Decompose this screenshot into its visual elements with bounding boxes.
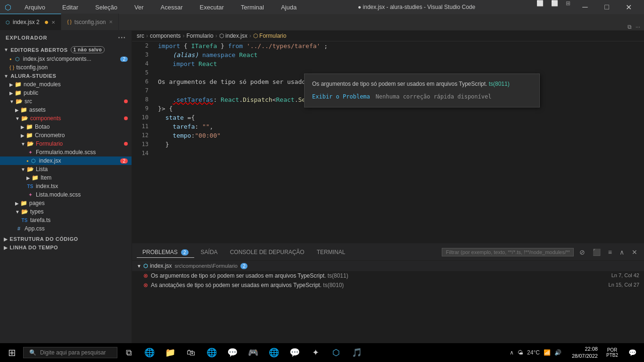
music-icon[interactable]: 🎵: [347, 343, 366, 362]
folder-item[interactable]: ▶ 📁 Item: [0, 173, 132, 182]
discord-icon[interactable]: 🎮: [244, 343, 263, 362]
tab-saida[interactable]: SAÍDA: [195, 247, 223, 257]
split-editor-icon[interactable]: ⧉: [627, 24, 632, 30]
folder-components[interactable]: ▼ 📂 components: [0, 114, 132, 123]
network-icon[interactable]: 📶: [544, 349, 551, 356]
tab-terminal[interactable]: TERMINAL: [311, 247, 351, 257]
menu-selecao[interactable]: Seleção: [91, 3, 121, 12]
chrome-icon2[interactable]: 🌐: [264, 343, 283, 362]
tab-console[interactable]: CONSOLE DE DEPURAÇÃO: [224, 247, 310, 257]
chevron-right-icon: ▶: [21, 124, 25, 130]
folder-lista[interactable]: ▼ 📂 Lista: [0, 165, 132, 173]
folder-node-modules[interactable]: ▶ 📁 node_modules: [0, 80, 132, 89]
file-formulario-scss[interactable]: ✦ Formulario.module.scss: [0, 148, 132, 156]
code-content[interactable]: import { ITarefa } from '../../types/tar…: [153, 41, 644, 243]
file-index-tsx[interactable]: TS index.tsx: [0, 182, 132, 190]
task-view-icon[interactable]: ⧉: [119, 343, 138, 362]
store-icon[interactable]: 🛍: [182, 343, 200, 362]
folder-name: components: [30, 115, 61, 122]
panel-up-icon[interactable]: ∧: [618, 247, 626, 257]
tab-close-icon[interactable]: ✕: [109, 19, 113, 25]
grid-icon[interactable]: ⊞: [562, 0, 574, 14]
chrome-icon[interactable]: 🌐: [140, 343, 159, 362]
sidebar-more-icon[interactable]: ···: [118, 33, 126, 42]
start-button[interactable]: ⊞: [2, 343, 21, 362]
tab-close-icon[interactable]: ✕: [51, 20, 55, 25]
panel-right-actions: ⊘ ⬛ ≡ ∧ ✕: [442, 247, 639, 257]
tab-problems[interactable]: PROBLEMAS 2: [137, 247, 194, 258]
more-actions-icon[interactable]: ···: [636, 24, 640, 30]
minimize-button[interactable]: ─: [574, 0, 596, 14]
file-lista-scss[interactable]: ✦ Lista.module.scss: [0, 190, 132, 199]
json-file-icon: { }: [67, 19, 71, 25]
open-file-index-jsx[interactable]: ● ⬡ index.jsx src\components... 2: [0, 55, 132, 63]
wrap-icon[interactable]: ⬛: [591, 247, 603, 257]
menu-acessar[interactable]: Acessar: [157, 3, 187, 12]
folder-name: Item: [41, 174, 51, 181]
browser2-icon[interactable]: 🌐: [202, 343, 221, 362]
menu-editar[interactable]: Editar: [58, 3, 82, 12]
folder-types[interactable]: ▼ 📂 types: [0, 207, 132, 216]
panel-close-icon[interactable]: ✕: [630, 247, 639, 257]
menu-terminal[interactable]: Terminal: [237, 3, 268, 12]
folder-pages[interactable]: ▶ 📁 pages: [0, 199, 132, 207]
breadcrumb-components: components: [150, 33, 181, 39]
folder-name: Formulario: [36, 140, 63, 147]
folder-src[interactable]: ▼ 📂 src: [0, 97, 132, 106]
tab-index-jsx[interactable]: ⬡ index.jsx 2 ● ✕: [0, 14, 61, 30]
expand-tray-icon[interactable]: ∧: [510, 349, 514, 356]
file-app-css[interactable]: # App.css: [0, 224, 132, 233]
file-tarefa-ts[interactable]: TS tarefa.ts: [0, 216, 132, 224]
menu-executar[interactable]: Executar: [196, 3, 228, 12]
code-structure-section[interactable]: ▶ ESTRUTURA DO CÓDIGO: [0, 235, 132, 243]
scss-icon: ✦: [26, 149, 34, 156]
notification-center[interactable]: 💬: [623, 343, 642, 362]
layout2-icon[interactable]: ⬜: [547, 0, 562, 14]
filter-input[interactable]: [442, 248, 574, 256]
panel: PROBLEMAS 2 SAÍDA CONSOLE DE DEPURAÇÃO T…: [132, 243, 644, 352]
folder-public[interactable]: ▶ 📁 public: [0, 89, 132, 97]
open-editors-section[interactable]: ▼ EDITORES ABERTOS 1 não salvo: [0, 45, 132, 55]
folder-name: node_modules: [24, 81, 61, 88]
clock[interactable]: 22:08 28/07/2022: [568, 346, 602, 360]
menu-ajuda[interactable]: Ajuda: [277, 3, 300, 12]
file-index-jsx[interactable]: ● ⬡ index.jsx 2: [0, 156, 132, 165]
project-section[interactable]: ▼ ALURA-STUDIES: [0, 72, 132, 80]
maximize-button[interactable]: □: [596, 0, 618, 14]
input-method[interactable]: POR PTB2: [604, 347, 620, 358]
filter-icon[interactable]: ⊘: [578, 247, 587, 257]
problem-file-row[interactable]: ▼ ⬡ index.jsx src\components\Formulario …: [132, 261, 644, 271]
problem-item-1[interactable]: ⊗ Os argumentos de tipo só podem ser usa…: [132, 271, 644, 280]
folder-cronometro[interactable]: ▶ 📁 Cronometro: [0, 131, 132, 140]
folder-icon: 📁: [26, 123, 33, 130]
breadcrumb-sep: ›: [182, 33, 184, 39]
jsx-icon: ⬡: [30, 158, 37, 164]
open-file-tsconfig[interactable]: { } tsconfig.json: [0, 63, 132, 72]
breadcrumb-file: ⬡ index.jsx: [219, 33, 248, 39]
menu-arquivo[interactable]: Arquivo: [21, 3, 49, 12]
filename: Lista.module.scss: [36, 191, 81, 198]
breadcrumb-sep: ›: [146, 33, 148, 39]
folder-botao[interactable]: ▶ 📁 Botao: [0, 123, 132, 131]
design-icon[interactable]: ✦: [306, 343, 325, 362]
app1-icon[interactable]: 💬: [223, 343, 242, 362]
menu-ver[interactable]: Ver: [131, 3, 148, 12]
vscode-taskbar-icon[interactable]: ⬡: [327, 343, 346, 362]
search-bar[interactable]: 🔍 Digite aqui para pesquisar: [23, 347, 117, 358]
problem-item-2[interactable]: ⊗ As anotações de tipo só podem ser usad…: [132, 280, 644, 290]
timeline-section[interactable]: ▶ LINHA DO TEMPO: [0, 243, 132, 252]
code-view[interactable]: 2 3 4 5 6 7 8 9 10 11 12 13 14: [132, 41, 644, 243]
layout-icon[interactable]: ⬜: [533, 0, 547, 14]
file-explorer-icon[interactable]: 📁: [161, 343, 180, 362]
folder-name: src: [25, 98, 32, 105]
breadcrumb-formulario: Formulario: [186, 33, 213, 39]
folder-formulario[interactable]: ▼ 📂 Formulario: [0, 140, 132, 148]
close-button[interactable]: ✕: [618, 0, 639, 14]
more-icon[interactable]: ≡: [606, 247, 614, 257]
folder-assets[interactable]: ▶ 📁 assets: [0, 106, 132, 114]
show-problem-link[interactable]: Exibir o Problema: [312, 92, 370, 101]
chevron-right-icon: ▶: [9, 90, 13, 96]
tab-tsconfig-json[interactable]: { } tsconfig.json ✕: [61, 14, 118, 30]
whatsapp-icon[interactable]: 💬: [285, 343, 304, 362]
volume-icon[interactable]: 🔊: [554, 349, 561, 356]
